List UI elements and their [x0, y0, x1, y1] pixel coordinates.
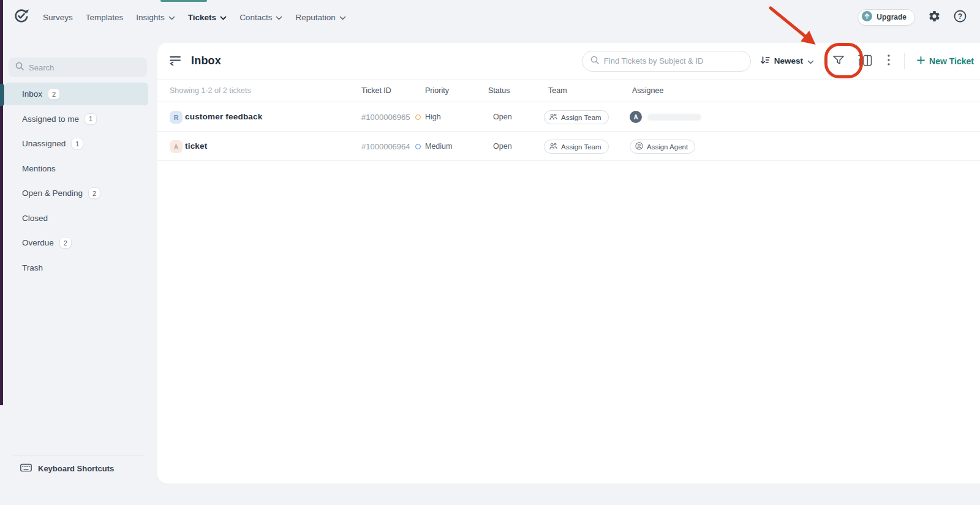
- sidebar-item-inbox[interactable]: Inbox 2: [5, 83, 148, 105]
- assign-team-button[interactable]: Assign Team: [544, 140, 609, 154]
- sidebar-item-label: Trash: [22, 263, 43, 272]
- assign-team-label: Assign Team: [561, 114, 601, 121]
- ticket-priority: Medium: [415, 142, 452, 151]
- chevron-down-icon: [807, 56, 814, 67]
- sidebar-item-label: Open & Pending: [22, 189, 83, 198]
- board-columns-button[interactable]: [858, 53, 872, 69]
- requester-avatar: A: [170, 140, 183, 153]
- search-icon: [15, 62, 24, 73]
- help-button[interactable]: ?: [954, 10, 967, 25]
- ticket-id: #1000006964: [361, 142, 410, 151]
- column-header-ticket-id: Ticket ID: [361, 86, 391, 95]
- column-header-assignee: Assignee: [632, 86, 663, 95]
- assignee-avatar: A: [630, 111, 642, 123]
- upgrade-button[interactable]: Upgrade: [858, 9, 915, 26]
- assignee-name-redacted: [647, 114, 701, 121]
- team-icon: [549, 113, 557, 122]
- keyboard-shortcuts-button[interactable]: Keyboard Shortcuts: [12, 455, 145, 474]
- sidebar-item-label: Closed: [22, 214, 48, 223]
- nav-item-contacts[interactable]: Contacts: [239, 13, 282, 22]
- assign-team-button[interactable]: Assign Team: [544, 110, 609, 124]
- sort-control[interactable]: Newest: [760, 55, 814, 67]
- table-row[interactable]: A ticket #1000006964 Medium Open Assign …: [157, 132, 980, 161]
- keyboard-icon: [20, 463, 32, 474]
- upgrade-arrow-icon: [862, 11, 872, 23]
- search-icon: [590, 56, 599, 67]
- window-edge-strip: [0, 0, 3, 405]
- priority-dot-icon: [415, 144, 421, 149]
- nav-item-templates[interactable]: Templates: [86, 13, 124, 22]
- ticket-search[interactable]: [582, 51, 751, 72]
- ticket-status: Open: [493, 142, 512, 151]
- nav-item-surveys[interactable]: Surveys: [43, 13, 73, 22]
- settings-button[interactable]: [928, 10, 941, 25]
- sidebar-item-overdue[interactable]: Overdue 2: [5, 231, 148, 254]
- collapse-sidebar-button[interactable]: [168, 54, 181, 69]
- column-header-team: Team: [548, 86, 567, 95]
- sidebar-folders: Inbox 2 Assigned to me 1 Unassigned 1 Me…: [5, 83, 148, 281]
- tickets-sidebar: Inbox 2 Assigned to me 1 Unassigned 1 Me…: [0, 34, 157, 505]
- priority-label: High: [425, 113, 441, 121]
- upgrade-label: Upgrade: [876, 13, 907, 21]
- table-row[interactable]: R customer feedback #1000006965 High Ope…: [157, 102, 980, 132]
- nav-item-tickets[interactable]: Tickets: [188, 13, 227, 22]
- column-header-priority: Priority: [425, 86, 449, 95]
- kebab-menu-icon: [888, 54, 890, 68]
- nav-item-insights[interactable]: Insights: [136, 13, 175, 22]
- nav-label: Tickets: [188, 13, 216, 22]
- sidebar-item-closed[interactable]: Closed: [5, 207, 148, 230]
- sort-descending-icon: [760, 55, 770, 67]
- tickets-panel: Inbox Newest: [157, 43, 980, 484]
- sidebar-active-indicator: [0, 84, 4, 106]
- tickets-header: Inbox Newest: [157, 43, 980, 80]
- chevron-down-icon: [276, 13, 282, 22]
- chevron-down-icon: [220, 13, 227, 22]
- sidebar-item-trash[interactable]: Trash: [5, 256, 148, 279]
- priority-dot-icon: [415, 114, 421, 120]
- toolbar-divider: [904, 53, 905, 69]
- ticket-search-input[interactable]: [604, 56, 736, 65]
- table-header-row: Showing 1-2 of 2 tickets Ticket ID Prior…: [157, 80, 980, 102]
- gear-icon: [928, 10, 941, 25]
- count-badge: 2: [88, 187, 100, 199]
- count-badge: 1: [85, 113, 97, 125]
- sidebar-item-label: Assigned to me: [22, 114, 79, 124]
- chevron-down-icon: [339, 13, 346, 22]
- nav-label: Insights: [136, 13, 165, 22]
- more-options-button[interactable]: [884, 54, 893, 68]
- ticket-status: Open: [493, 113, 512, 121]
- topbar-actions: Upgrade ?: [858, 9, 967, 26]
- sidebar-search[interactable]: [9, 58, 147, 77]
- top-navigation-bar: Surveys Templates Insights Tickets Conta…: [0, 0, 980, 34]
- sidebar-item-label: Inbox: [22, 89, 42, 99]
- app-logo[interactable]: [13, 8, 29, 27]
- new-ticket-label: New Ticket: [929, 56, 974, 66]
- sidebar-item-mentions[interactable]: Mentions: [5, 157, 148, 180]
- nav-label: Surveys: [43, 13, 73, 22]
- add-column-icon: [858, 53, 872, 69]
- nav-item-reputation[interactable]: Reputation: [295, 13, 345, 22]
- priority-label: Medium: [425, 142, 452, 151]
- plus-icon: [917, 56, 925, 66]
- requester-avatar: R: [170, 111, 183, 124]
- sidebar-item-label: Mentions: [22, 164, 56, 173]
- filter-funnel-icon: [832, 54, 845, 69]
- ticket-id: #1000006965: [361, 113, 410, 122]
- new-ticket-button[interactable]: New Ticket: [917, 56, 974, 66]
- sidebar-item-unassigned[interactable]: Unassigned 1: [5, 132, 148, 155]
- ticket-priority: High: [415, 113, 441, 121]
- agent-icon: [635, 142, 643, 151]
- assign-agent-button[interactable]: Assign Agent: [630, 140, 695, 154]
- count-badge: 1: [71, 138, 83, 149]
- nav-label: Contacts: [239, 13, 272, 22]
- count-badge: 2: [48, 88, 60, 100]
- sidebar-item-open-pending[interactable]: Open & Pending 2: [5, 182, 148, 204]
- sidebar-item-assigned-to-me[interactable]: Assigned to me 1: [5, 108, 148, 130]
- ticket-subject: ticket: [185, 141, 207, 151]
- panel-collapse-icon: [168, 54, 181, 69]
- sidebar-item-label: Overdue: [22, 238, 54, 247]
- column-header-status: Status: [488, 86, 510, 95]
- filter-button[interactable]: [825, 48, 852, 75]
- sidebar-search-input[interactable]: [29, 63, 139, 72]
- chevron-down-icon: [168, 13, 175, 22]
